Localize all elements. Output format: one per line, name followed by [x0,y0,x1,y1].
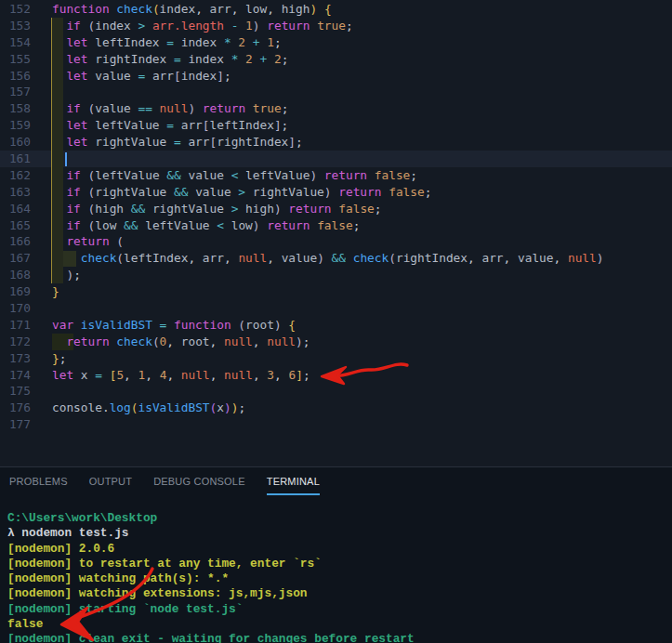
code-text: check(leftIndex, arr, null, value) && ch… [52,250,603,267]
code-text: if (leftValue && value < leftValue) retu… [52,167,417,184]
line-number[interactable]: 164 [0,201,52,217]
terminal-line: [nodemon] 2.0.6 [7,542,415,557]
line-number[interactable]: 170 [0,300,52,317]
bottom-panel: PROBLEMS OUTPUT DEBUG CONSOLE TERMINAL C… [0,466,672,643]
code-line[interactable]: 173}; [0,350,672,367]
line-number[interactable]: 153 [0,18,52,34]
line-number[interactable]: 162 [0,167,52,184]
code-text: let x = [5, 1, 4, null, null, 3, 6]; [52,367,310,384]
code-text: if (index > arr.length - 1) return true; [52,18,353,34]
line-number[interactable]: 168 [0,267,52,283]
code-text: if (low && leftValue < low) return false… [52,217,360,234]
code-line[interactable]: 176console.log(isValidBST(x)); [0,400,672,416]
code-text: let rightValue = arr[rightIndex]; [52,134,303,151]
line-number[interactable]: 159 [0,117,52,134]
code-line[interactable]: 159 let leftValue = arr[leftIndex]; [0,117,672,134]
code-text: let leftValue = arr[leftIndex]; [52,117,288,134]
code-text: ); [52,267,81,283]
panel-tab-bar: PROBLEMS OUTPUT DEBUG CONSOLE TERMINAL [0,467,672,495]
code-line[interactable]: 152function check(index, arr, low, high)… [0,1,672,18]
code-text: var isValidBST = function (root) { [52,317,296,334]
line-number[interactable]: 157 [0,84,52,100]
line-number[interactable]: 165 [0,217,52,234]
line-number[interactable]: 158 [0,100,52,117]
code-line[interactable]: 156 let value = arr[index]; [0,68,672,85]
code-text: return ( [52,233,124,250]
line-number[interactable]: 174 [0,367,52,384]
tab-debug-console[interactable]: DEBUG CONSOLE [153,476,245,495]
code-line[interactable]: 153 if (index > arr.length - 1) return t… [0,18,672,34]
line-number[interactable]: 175 [0,383,52,400]
code-line[interactable]: 154 let leftIndex = index * 2 + 1; [0,34,672,51]
code-line[interactable]: 172 return check(0, root, null, null); [0,334,672,350]
tab-terminal[interactable]: TERMINAL [267,476,320,495]
code-line[interactable]: 168 ); [0,267,672,283]
tab-output[interactable]: OUTPUT [89,476,132,495]
code-text: function check(index, arr, low, high) { [52,1,332,18]
line-number[interactable]: 155 [0,51,52,68]
code-text: let leftIndex = index * 2 + 1; [52,34,282,51]
line-number[interactable]: 152 [0,1,52,18]
code-line[interactable]: 163 if (rightValue && value > rightValue… [0,184,672,201]
code-line[interactable]: 157 [0,84,672,100]
code-text: console.log(isValidBST(x)); [52,400,245,416]
code-lines: 152function check(index, arr, low, high)… [0,1,672,433]
code-text: if (high && rightValue > high) return fa… [52,201,382,217]
code-line[interactable]: 162 if (leftValue && value < leftValue) … [0,167,672,184]
terminal-output[interactable]: C:\Users\work\Desktopλ nodemon test.js[n… [7,511,415,643]
line-number[interactable]: 169 [0,283,52,300]
code-editor[interactable]: 152function check(index, arr, low, high)… [0,0,672,466]
terminal-line: [nodemon] watching extensions: js,mjs,js… [7,586,415,601]
line-number[interactable]: 163 [0,184,52,201]
code-line[interactable]: 174let x = [5, 1, 4, null, null, 3, 6]; [0,367,672,384]
code-text: if (value == null) return true; [52,100,288,117]
code-line[interactable]: 164 if (high && rightValue > high) retur… [0,201,672,217]
code-text: let value = arr[index]; [52,68,231,85]
tab-problems[interactable]: PROBLEMS [9,476,68,495]
line-number[interactable]: 167 [0,250,52,267]
line-number[interactable]: 171 [0,317,52,334]
terminal-line: [nodemon] starting `node test.js` [7,602,415,617]
terminal-line: λ nodemon test.js [7,526,415,541]
code-line[interactable]: 170 [0,300,672,317]
code-line[interactable]: 167 check(leftIndex, arr, null, value) &… [0,250,672,267]
code-text: if (rightValue && value > rightValue) re… [52,184,431,201]
code-text: }; [52,350,66,367]
code-line[interactable]: 161 [0,151,672,167]
line-number[interactable]: 176 [0,400,52,416]
terminal-line: [nodemon] watching path(s): *.* [7,571,415,586]
code-text: let rightIndex = index * 2 + 2; [52,51,288,68]
line-number[interactable]: 161 [0,151,52,167]
line-number[interactable]: 154 [0,34,52,51]
line-number[interactable]: 166 [0,233,52,250]
code-line[interactable]: 165 if (low && leftValue < low) return f… [0,217,672,234]
line-number[interactable]: 177 [0,416,52,433]
code-line[interactable]: 171var isValidBST = function (root) { [0,317,672,334]
code-text: return check(0, root, null, null); [52,334,310,350]
line-number[interactable]: 172 [0,334,52,350]
terminal-line: [nodemon] to restart at any time, enter … [7,557,415,571]
code-text: } [52,283,59,300]
code-line[interactable]: 177 [0,416,672,433]
code-line[interactable]: 169} [0,283,672,300]
terminal-line: false [7,617,415,632]
code-line[interactable]: 175 [0,383,672,400]
code-line[interactable]: 160 let rightValue = arr[rightIndex]; [0,134,672,151]
line-number[interactable]: 173 [0,350,52,367]
text-cursor [65,152,67,166]
terminal-line: C:\Users\work\Desktop [7,511,415,526]
code-line[interactable]: 155 let rightIndex = index * 2 + 2; [0,51,672,68]
line-number[interactable]: 156 [0,68,52,85]
terminal-line: [nodemon] clean exit - waiting for chang… [7,632,415,643]
code-line[interactable]: 166 return ( [0,233,672,250]
code-line[interactable]: 158 if (value == null) return true; [0,100,672,117]
line-number[interactable]: 160 [0,134,52,151]
